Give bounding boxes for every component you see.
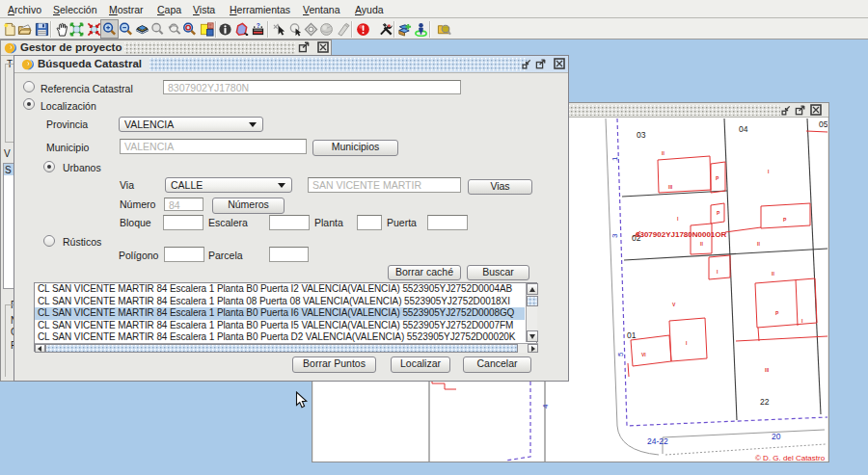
svg-text:5: 5 [616,352,625,356]
svg-text:II: II [700,241,703,247]
svg-text:II: II [757,241,760,247]
svg-text:III: III [668,184,673,190]
svg-text:01: 01 [627,330,637,340]
svg-text:V: V [672,302,676,307]
svg-text:22: 22 [760,397,770,407]
svg-text:I: I [717,269,719,275]
svg-text:I: I [677,216,679,222]
svg-text:I: I [801,318,803,324]
svg-text:P: P [717,210,720,216]
svg-text:VI: VI [641,352,646,357]
svg-text:24-22: 24-22 [647,436,668,446]
svg-text:3: 3 [610,233,619,238]
svg-text:8307902YJ1780N0001OR: 8307902YJ1780N0001OR [636,230,727,239]
svg-text:II: II [662,150,665,156]
svg-text:20: 20 [772,432,781,441]
svg-text:III: III [765,367,770,373]
svg-text:I: I [768,169,770,174]
svg-text:II: II [772,271,774,277]
svg-text:P: P [716,175,719,181]
svg-text:1: 1 [610,156,619,161]
svg-text:4: 4 [541,404,550,409]
svg-text:04: 04 [739,124,748,134]
svg-text:03: 03 [637,130,646,140]
svg-text:05: 05 [819,119,827,129]
svg-text:© D. G. del Catastro: © D. G. del Catastro [755,454,826,462]
svg-text:I: I [686,340,688,346]
svg-text:P: P [775,310,779,316]
svg-text:P: P [783,217,787,223]
svg-text:?: ? [257,22,260,29]
